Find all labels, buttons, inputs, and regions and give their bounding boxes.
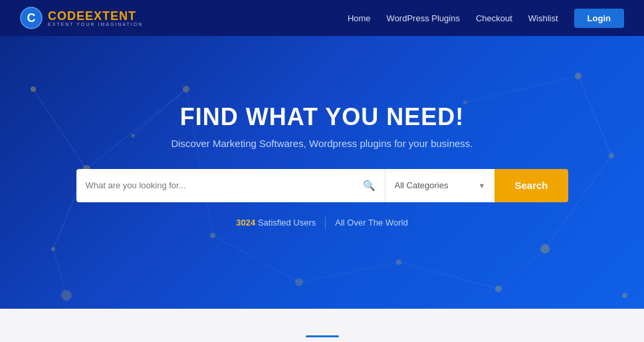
svg-point-11	[540, 244, 550, 254]
login-button[interactable]: Login	[574, 9, 624, 28]
lower-section: Latest Applications	[0, 309, 644, 342]
svg-point-10	[609, 153, 614, 158]
svg-line-17	[33, 89, 86, 169]
nav-wishlist[interactable]: Wishlist	[528, 13, 558, 23]
hero-title: FIND WHAT YOU NEED!	[180, 103, 465, 131]
hero-subtitle: Discover Marketing Softwares, Wordpress …	[171, 138, 473, 149]
stats-suffix: All Over The World	[335, 218, 407, 228]
svg-point-4	[51, 247, 55, 251]
logo-prefix: CODE	[48, 9, 85, 23]
svg-point-14	[396, 259, 401, 265]
logo-tagline: EXTENT YOUR IMAGINATION	[48, 22, 143, 27]
stats-label: Satisfied Users	[258, 218, 316, 228]
hero-section: FIND WHAT YOU NEED! Discover Marketing S…	[0, 36, 644, 309]
stats-divider	[325, 217, 326, 229]
nav-home[interactable]: Home	[348, 13, 371, 23]
svg-line-21	[133, 89, 186, 136]
svg-text:C: C	[27, 11, 36, 25]
svg-point-7	[210, 233, 215, 238]
search-icon: 🔍	[363, 180, 376, 192]
svg-point-13	[495, 285, 502, 292]
chevron-down-icon: ▼	[479, 182, 486, 190]
svg-line-20	[53, 249, 66, 295]
svg-line-28	[299, 262, 399, 282]
search-button[interactable]: Search	[494, 169, 568, 202]
svg-point-15	[295, 278, 303, 286]
svg-point-6	[183, 86, 189, 92]
logo: C CODEEXTENT EXTENT YOUR IMAGINATION	[20, 7, 143, 29]
svg-line-27	[399, 262, 498, 289]
svg-line-29	[213, 236, 299, 282]
search-input[interactable]	[86, 180, 358, 190]
logo-icon: C	[20, 7, 43, 29]
stats-text: 3024 Satisfied Users	[236, 218, 316, 228]
logo-name: CODEEXTENT	[48, 10, 143, 22]
search-input-wrap: 🔍	[76, 169, 385, 202]
nav-checkout[interactable]: Checkout	[476, 13, 512, 23]
svg-point-5	[131, 134, 135, 138]
nav-links: Home WordPress Plugins Checkout Wishlist…	[348, 9, 624, 28]
section-divider-line	[306, 335, 339, 337]
section-divider-wrap	[306, 335, 339, 337]
logo-text: CODEEXTENT EXTENT YOUR IMAGINATION	[48, 10, 143, 27]
nav-wp-plugins[interactable]: WordPress Plugins	[387, 13, 460, 23]
category-select-wrap: All Categories ▼	[385, 169, 495, 202]
stats-number: 3024	[236, 218, 255, 228]
svg-point-16	[622, 293, 627, 298]
logo-suffix: EXTENT	[85, 9, 136, 23]
svg-line-23	[578, 76, 611, 156]
category-select[interactable]: All Categories	[395, 180, 475, 190]
svg-line-19	[86, 89, 186, 169]
svg-line-25	[498, 249, 545, 289]
svg-point-8	[61, 290, 72, 301]
stats-row: 3024 Satisfied Users All Over The World	[236, 217, 407, 229]
svg-point-2	[31, 86, 36, 92]
svg-line-26	[465, 76, 578, 102]
search-bar: 🔍 All Categories ▼ Search	[76, 169, 568, 202]
navbar: C CODEEXTENT EXTENT YOUR IMAGINATION Hom…	[0, 0, 644, 36]
svg-point-9	[575, 73, 582, 79]
